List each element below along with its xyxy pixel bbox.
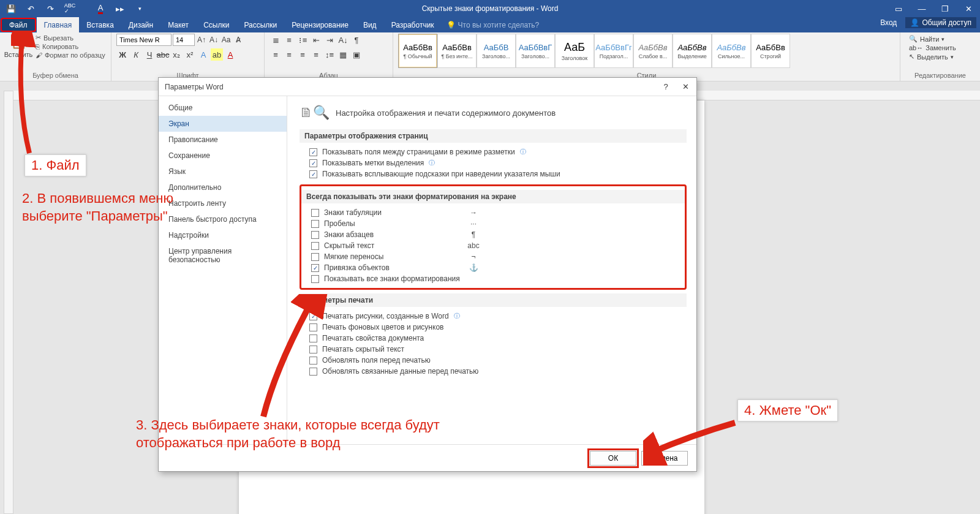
tab-mailings[interactable]: Рассылки [236, 17, 284, 32]
tab-references[interactable]: Ссылки [196, 17, 236, 32]
dialog-close-icon[interactable]: ✕ [678, 80, 693, 94]
style-item[interactable]: АаБбВвСлабое в... [633, 34, 673, 68]
font-name-input[interactable] [116, 34, 172, 46]
info-icon[interactable]: ⓘ [454, 312, 460, 320]
qa-more-icon[interactable]: ▾ [131, 1, 148, 16]
replace-button[interactable]: ab↔Заменить [909, 44, 971, 51]
style-item[interactable]: АаБбВЗаголово... [477, 34, 516, 68]
checkbox[interactable] [309, 323, 317, 331]
style-item[interactable]: АаБбВвСтрогий [751, 34, 790, 68]
align-center-icon[interactable]: ≡ [283, 48, 295, 61]
sort-icon[interactable]: A↓ [337, 34, 349, 46]
tell-me-search[interactable]: 💡 Что вы хотите сделать? [447, 17, 540, 32]
copy-button[interactable]: ⎘Копировать [36, 43, 105, 50]
tab-developer[interactable]: Разработчик [384, 17, 442, 32]
tab-file[interactable]: Файл [1, 18, 36, 32]
ribbon-display-icon[interactable]: ▭ [887, 0, 910, 17]
underline-icon[interactable]: Ч [143, 48, 156, 61]
text-effects-icon[interactable]: A [197, 48, 209, 61]
checkbox[interactable] [309, 159, 317, 167]
checkbox[interactable] [311, 275, 319, 283]
outdent-icon[interactable]: ⇤ [310, 34, 322, 46]
minimize-icon[interactable]: — [910, 0, 933, 17]
sign-in-link[interactable]: Вход [875, 18, 902, 27]
multilevel-icon[interactable]: ⫶≡ [296, 34, 309, 46]
subscript-icon[interactable]: x₂ [170, 48, 183, 61]
font-color-icon[interactable]: A [224, 48, 236, 61]
align-right-icon[interactable]: ≡ [296, 48, 309, 61]
style-item[interactable]: АаБбВвГгПодзагол... [594, 34, 633, 68]
help-icon[interactable]: ? [658, 80, 673, 94]
tab-review[interactable]: Рецензирование [284, 17, 356, 32]
checkbox[interactable] [311, 231, 319, 239]
justify-icon[interactable]: ≡ [310, 48, 322, 61]
ok-button[interactable]: ОК [590, 451, 636, 466]
cut-button[interactable]: ✂Вырезать [36, 34, 105, 42]
shading-icon[interactable]: ▦ [337, 48, 349, 61]
spellcheck-icon[interactable]: ABC✓ [61, 1, 78, 16]
style-item[interactable]: АаБбВвГЗаголово... [516, 34, 555, 68]
undo-icon[interactable]: ↶ [22, 1, 39, 16]
checkbox[interactable] [311, 264, 319, 272]
dialog-nav-item[interactable]: Центр управления безопасностью [159, 243, 287, 268]
checkbox[interactable] [311, 253, 319, 261]
borders-icon[interactable]: ▣ [350, 48, 363, 61]
cancel-button[interactable]: Отмена [641, 451, 688, 466]
shrink-font-icon[interactable]: A↓ [208, 34, 219, 45]
dialog-nav-item[interactable]: Надстройки [159, 227, 287, 243]
share-button[interactable]: 👤 Общий доступ [905, 17, 976, 28]
checkbox[interactable] [309, 312, 317, 320]
select-button[interactable]: ↖Выделить▾ [909, 53, 971, 61]
checkbox[interactable] [309, 148, 317, 156]
tab-insert[interactable]: Вставка [79, 17, 121, 32]
bullets-icon[interactable]: ≣ [270, 34, 282, 46]
show-marks-icon[interactable]: ¶ [350, 34, 363, 46]
style-item[interactable]: АаБбВв¶ Без инте... [437, 34, 477, 68]
checkbox[interactable] [309, 357, 317, 365]
clear-format-icon[interactable]: A̷ [233, 34, 244, 45]
tab-view[interactable]: Вид [356, 17, 384, 32]
style-item[interactable]: АаБЗаголовок [555, 34, 594, 68]
grow-font-icon[interactable]: A↑ [196, 34, 207, 45]
style-item[interactable]: АаБбВвВыделение [673, 34, 712, 68]
info-icon[interactable]: ⓘ [429, 159, 435, 167]
font-size-input[interactable] [173, 34, 195, 46]
style-item[interactable]: АаБбВв¶ Обычный [398, 34, 437, 68]
redo-icon[interactable]: ↷ [42, 1, 59, 16]
save-icon[interactable]: 💾 [2, 1, 20, 16]
tab-home[interactable]: Главная [37, 17, 80, 32]
italic-icon[interactable]: К [130, 48, 142, 61]
close-icon[interactable]: ✕ [957, 0, 980, 17]
highlight-icon[interactable]: ab [211, 48, 223, 61]
checkbox[interactable] [309, 170, 317, 178]
dialog-nav-item[interactable]: Правописание [159, 132, 287, 148]
tab-design[interactable]: Дизайн [121, 17, 160, 32]
macros-icon[interactable]: ▸▸ [111, 1, 129, 16]
align-left-icon[interactable]: ≡ [270, 48, 282, 61]
superscript-icon[interactable]: x² [184, 48, 196, 61]
bold-icon[interactable]: Ж [116, 48, 129, 61]
style-item[interactable]: АаБбВвСильное... [712, 34, 751, 68]
checkbox[interactable] [309, 334, 317, 342]
dialog-nav-item[interactable]: Общие [159, 100, 287, 116]
maximize-icon[interactable]: ❐ [933, 0, 957, 17]
checkbox[interactable] [309, 368, 317, 376]
dialog-nav-item[interactable]: Язык [159, 164, 287, 180]
dialog-nav-item[interactable]: Сохранение [159, 148, 287, 164]
checkbox[interactable] [311, 209, 319, 217]
dialog-nav-item[interactable]: Экран [159, 116, 287, 132]
line-spacing-icon[interactable]: ↕≡ [323, 48, 336, 61]
numbering-icon[interactable]: ≡ [283, 34, 295, 46]
checkbox[interactable] [309, 346, 317, 353]
paste-button[interactable]: 📋 Вставить [5, 34, 32, 58]
find-button[interactable]: 🔍Найти▾ [909, 35, 971, 43]
indent-icon[interactable]: ⇥ [323, 34, 336, 46]
strike-icon[interactable]: abc [157, 48, 169, 61]
format-painter-button[interactable]: 🖌Формат по образцу [36, 51, 105, 59]
font-color-icon[interactable]: A [92, 1, 109, 16]
checkbox[interactable] [311, 220, 319, 228]
info-icon[interactable]: ⓘ [520, 148, 526, 156]
tab-layout[interactable]: Макет [160, 17, 196, 32]
checkbox[interactable] [311, 242, 319, 250]
change-case-icon[interactable]: Aa [221, 34, 232, 45]
